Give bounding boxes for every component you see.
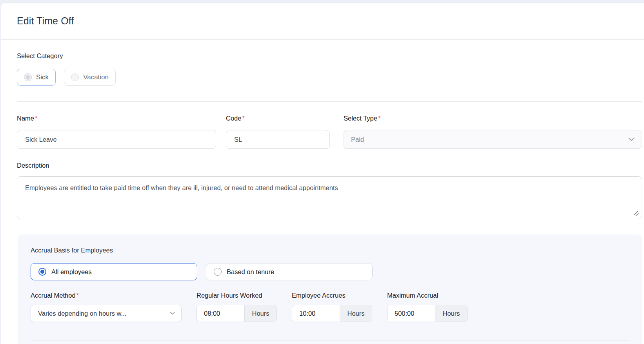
employee-accrues-input[interactable] xyxy=(292,305,340,322)
maximum-accrual-label: Maximum Accrual xyxy=(387,291,468,299)
employee-accrues-label: Employee Accrues xyxy=(292,291,372,299)
regular-hours-label: Regular Hours Worked xyxy=(196,291,277,299)
name-field-group: Name* xyxy=(17,114,216,149)
accrual-basis-options: All employees Based on tenure xyxy=(31,263,629,280)
select-category-label: Select Category xyxy=(17,52,642,60)
employee-accrues-group: Employee Accrues Hours xyxy=(292,291,372,322)
required-asterisk: * xyxy=(35,115,37,122)
required-asterisk: * xyxy=(76,292,79,299)
page-header: Edit Time Off xyxy=(1,3,644,40)
name-label: Name* xyxy=(17,114,216,122)
name-code-type-row: Name* Code* Select Type* Paid xyxy=(17,114,642,149)
radio-unchecked-icon xyxy=(71,73,79,81)
maximum-accrual-input[interactable] xyxy=(387,305,435,322)
accrual-settings-row: Accrual Method* Varies depending on hour… xyxy=(31,291,629,322)
select-type-label-text: Select Type xyxy=(344,115,377,122)
category-option-sick[interactable]: Sick xyxy=(17,69,56,86)
select-type-label: Select Type* xyxy=(344,114,642,122)
type-select[interactable]: Paid xyxy=(344,130,642,149)
maximum-accrual-group: Maximum Accrual Hours xyxy=(387,291,468,322)
code-input[interactable] xyxy=(226,130,330,149)
panel-divider xyxy=(31,340,629,340)
employee-accrues-input-group: Hours xyxy=(292,305,372,322)
regular-hours-input-group: Hours xyxy=(196,305,277,322)
radio-checked-icon xyxy=(24,73,32,81)
category-option-vacation[interactable]: Vacation xyxy=(64,69,116,86)
description-textarea[interactable]: Employees are entitled to take paid time… xyxy=(17,176,642,219)
description-textarea-wrap: Employees are entitled to take paid time… xyxy=(17,176,642,219)
basis-option-all-employees[interactable]: All employees xyxy=(31,263,197,280)
category-options: Sick Vacation xyxy=(17,69,642,86)
required-asterisk: * xyxy=(242,115,244,122)
category-section: Select Category Sick Vacation xyxy=(17,52,642,86)
name-label-text: Name xyxy=(17,115,34,122)
maximum-accrual-unit: Hours xyxy=(435,305,467,322)
accrual-method-label: Accrual Method* xyxy=(31,291,182,299)
radio-unchecked-icon xyxy=(214,268,222,276)
edit-time-off-card: Edit Time Off Select Category Sick Vacat… xyxy=(1,2,644,344)
regular-hours-input[interactable] xyxy=(197,305,244,322)
accrual-basis-heading: Accrual Basis for Employees xyxy=(31,246,629,254)
accrual-method-group: Accrual Method* Varies depending on hour… xyxy=(31,291,182,322)
basis-option-label: Based on tenure xyxy=(227,268,274,276)
basis-option-based-on-tenure[interactable]: Based on tenure xyxy=(206,263,373,280)
category-option-label: Vacation xyxy=(83,73,109,81)
form-content: Select Category Sick Vacation Name* Code… xyxy=(1,52,644,344)
accrual-method-label-text: Accrual Method xyxy=(31,292,76,299)
category-option-label: Sick xyxy=(36,73,49,81)
type-field-group: Select Type* Paid xyxy=(344,114,642,149)
code-label: Code* xyxy=(226,114,330,122)
resize-handle-icon[interactable] xyxy=(632,209,639,216)
code-label-text: Code xyxy=(226,115,241,122)
code-field-group: Code* xyxy=(226,114,330,149)
description-label: Description xyxy=(17,161,642,169)
type-select-value: Paid xyxy=(351,136,364,143)
radio-checked-icon xyxy=(38,268,46,276)
accrual-method-select[interactable]: Varies depending on hours w... xyxy=(31,305,182,322)
accrual-panel: Accrual Basis for Employees All employee… xyxy=(18,234,642,344)
basis-option-label: All employees xyxy=(51,268,92,276)
name-input[interactable] xyxy=(17,130,216,149)
page-title: Edit Time Off xyxy=(17,15,644,27)
required-asterisk: * xyxy=(378,115,380,122)
section-divider xyxy=(17,101,642,102)
maximum-accrual-input-group: Hours xyxy=(387,305,468,322)
employee-accrues-unit: Hours xyxy=(340,305,372,322)
chevron-down-icon xyxy=(628,137,635,141)
regular-hours-unit: Hours xyxy=(244,305,277,322)
description-section: Description Employees are entitled to ta… xyxy=(17,161,642,219)
accrual-method-value: Varies depending on hours w... xyxy=(38,310,126,317)
chevron-down-icon xyxy=(170,312,175,315)
regular-hours-group: Regular Hours Worked Hours xyxy=(196,291,277,322)
